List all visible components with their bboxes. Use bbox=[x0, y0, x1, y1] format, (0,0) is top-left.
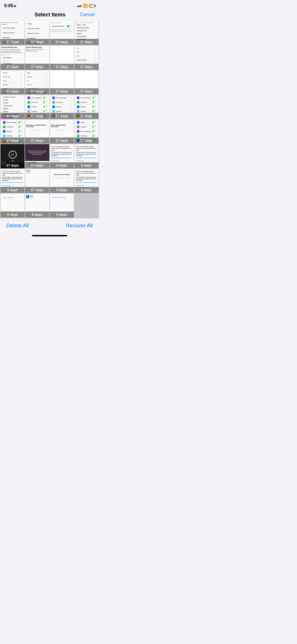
grid-label-27: 6 days bbox=[50, 187, 74, 193]
grid-label-12: 17 days bbox=[74, 88, 98, 94]
grid-label-26: 17 days bbox=[25, 187, 49, 193]
grid-item-15[interactable]: Siri & Dictation FaceTime AirDrop CarPla… bbox=[50, 95, 74, 119]
grid-label-5: 17 days bbox=[1, 64, 25, 70]
grid-item-5[interactable]: Specific Websites Only Limit access to m… bbox=[1, 45, 25, 70]
grid-item-26[interactable]: Music Playlists 17 days bbox=[25, 169, 49, 193]
grid-label-29: 6 days bbox=[1, 211, 25, 218]
grid-label-8: 17 days bbox=[74, 64, 98, 70]
grid-item-13[interactable]: Trinidad & Tobago Tunisia Turkey Turkmen… bbox=[1, 95, 25, 119]
page-title: Select Items bbox=[20, 12, 80, 18]
enter-passcode-title: Enter a Restrictions Passcode bbox=[51, 124, 73, 127]
grid-label-6: 17 days bbox=[25, 64, 49, 70]
grid-item-1[interactable]: Location Services uses GPS, Bluetooth...… bbox=[1, 21, 25, 45]
home-bar bbox=[32, 235, 67, 236]
re-enter-passcode-title: Re-enter your Restrictions Passcode bbox=[26, 124, 48, 127]
grid-item-24[interactable]: iOS 11.2.2 provides a security update an… bbox=[74, 144, 98, 168]
beats-logo: LA bbox=[9, 151, 17, 159]
grid-label-22: 17 days bbox=[25, 162, 49, 168]
grid-item-7[interactable]: 17 days bbox=[50, 45, 74, 70]
location-icon: ▶ bbox=[14, 4, 16, 8]
enter-passcode2-title: Enter your passcode bbox=[54, 174, 69, 175]
recover-all-button[interactable]: Recover All bbox=[66, 223, 93, 229]
status-icons: 📶 bbox=[77, 4, 95, 8]
grid-label-20: 17 days bbox=[74, 137, 98, 144]
grid-item-17[interactable]: Siri & Dictation FaceTime AirDrop CarPla… bbox=[1, 119, 25, 144]
grid-item-19[interactable]: Enter a Restrictions Passcode 17 days bbox=[50, 119, 74, 144]
grid-label-18: 17 days bbox=[25, 137, 49, 144]
grid-label-1: 17 days bbox=[1, 39, 25, 45]
grid-item-4[interactable]: ONLY ALLOW THESE WEBSITES Apple — Start … bbox=[74, 21, 98, 45]
delete-all-button[interactable]: Delete All bbox=[6, 223, 29, 229]
header: Select Items Cancel bbox=[0, 10, 99, 21]
grid-item-16[interactable]: Siri & Dictation FaceTime AirDrop CarPla… bbox=[74, 95, 98, 119]
status-bar: 5:05 ▶ 📶 bbox=[0, 0, 99, 10]
grid-label-14: 17 days bbox=[25, 113, 49, 119]
grid-label-25: 6 days bbox=[1, 187, 25, 193]
grid-item-8[interactable]: 9+✓ 12+✓ 17+✓ Allow All Apps✓ 17 days bbox=[74, 45, 98, 70]
grid-item-18[interactable]: Re-enter your Restrictions Passcode 17 d… bbox=[25, 119, 49, 144]
grid-item-14[interactable]: Siri & Dictation FaceTime AirDrop CarPla… bbox=[25, 95, 49, 119]
beats-label: LIVE bbox=[11, 160, 14, 162]
grid-item-27[interactable]: Enter your passcode 6 days bbox=[50, 169, 74, 193]
grid-label-15: 17 days bbox=[50, 113, 74, 119]
grid-item-31[interactable]: Download and Install 6 days bbox=[50, 194, 74, 218]
grid-label-2: 17 days bbox=[25, 39, 49, 45]
grid-item-22[interactable]: Steamy pop tints and soul-baring confess… bbox=[25, 144, 49, 168]
grid-item-3[interactable]: FREE DOWNLOADS Require Password Your fre… bbox=[50, 21, 74, 45]
screenshot-grid: Location Services uses GPS, Bluetooth...… bbox=[0, 21, 99, 218]
grid-item-21[interactable]: LA LIVE Beats 1 Radio Stations 17 days bbox=[1, 144, 25, 168]
battery-icon bbox=[89, 4, 95, 7]
cancel-button[interactable]: Cancel bbox=[80, 12, 95, 17]
grid-label-31: 6 days bbox=[50, 211, 74, 218]
grid-item-10[interactable]: PG✓ PG-13✓ R✓ NC-17✓ Allow All Movies✓ S… bbox=[25, 70, 49, 94]
grid-label-3: 17 days bbox=[50, 39, 74, 45]
grid-label-23: 6 days bbox=[50, 162, 74, 168]
grid-label-16: 17 days bbox=[74, 113, 98, 119]
grid-label-4: 17 days bbox=[74, 39, 98, 45]
grid-item-30[interactable]: 1 3OFF 6 days bbox=[25, 194, 49, 218]
grid-item-12[interactable]: 17 days bbox=[74, 70, 98, 94]
home-indicator-area bbox=[0, 233, 99, 240]
signal-bars bbox=[77, 4, 82, 7]
grid-label-7: 17 days bbox=[50, 64, 74, 70]
wifi-icon: 📶 bbox=[83, 4, 88, 8]
grid-label-10: 17 days bbox=[25, 88, 49, 94]
status-time: 5:05 bbox=[4, 3, 13, 8]
grid-label-9: 17 days bbox=[1, 88, 25, 94]
grid-item-6[interactable]: Specific Websites Only Allow Siri to sea… bbox=[25, 45, 49, 70]
grid-item-29[interactable]: Update Requested... 6 days bbox=[1, 194, 25, 218]
grid-item-20[interactable]: Safari Camera Siri & Dictation FaceTime … bbox=[74, 119, 98, 144]
grid-label-30: 6 days bbox=[25, 211, 49, 218]
grid-item-2[interactable]: Photos› Share My Location› Bluetooth Sha… bbox=[25, 21, 49, 45]
grid-label-17: 17 days bbox=[1, 137, 25, 144]
grid-label-11: 17 days bbox=[50, 88, 74, 94]
grid-item-23[interactable]: iOS 11.2.2 provides a security update an… bbox=[50, 144, 74, 168]
bottom-bar: Delete All Recover All bbox=[0, 218, 99, 233]
grid-label-24: 6 days bbox=[74, 162, 98, 168]
grid-label-28: 6 days bbox=[74, 187, 98, 193]
grid-item-9[interactable]: TV-Y7✓ TV-Y7-FV✓ TV-G✓ TV-PG✓ TV-14✓ TV-… bbox=[1, 70, 25, 94]
grid-item-25[interactable]: iOS 11.2.2 provides a security update an… bbox=[1, 169, 25, 193]
grid-item-11[interactable]: 17 days bbox=[50, 70, 74, 94]
grid-label-13: 17 days bbox=[1, 113, 25, 119]
grid-label-21: 17 days bbox=[1, 162, 25, 168]
grid-item-28[interactable]: iOS 11.2.2 provides a security update an… bbox=[74, 169, 98, 193]
grid-label-19: 17 days bbox=[50, 137, 74, 144]
